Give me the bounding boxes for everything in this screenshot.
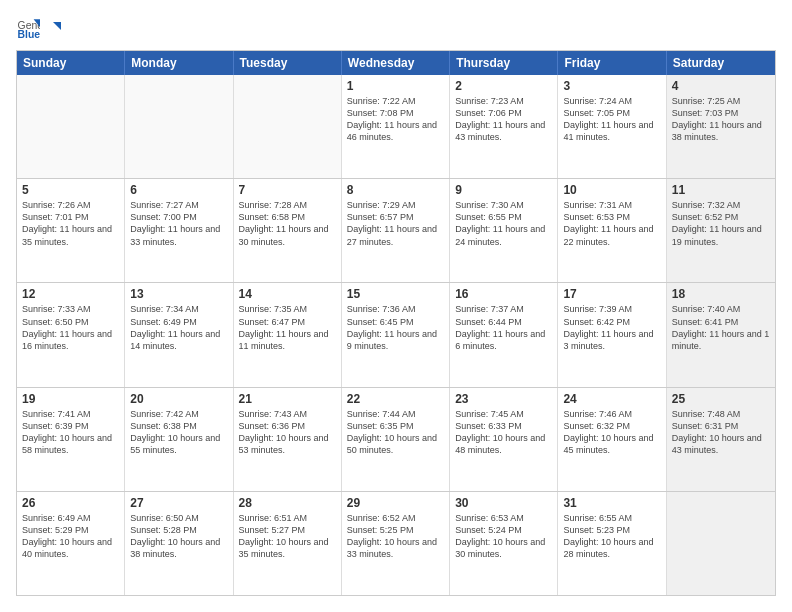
day-info: Sunrise: 7:37 AM Sunset: 6:44 PM Dayligh… (455, 303, 552, 352)
calendar-cell: 16Sunrise: 7:37 AM Sunset: 6:44 PM Dayli… (450, 283, 558, 386)
day-info: Sunrise: 6:53 AM Sunset: 5:24 PM Dayligh… (455, 512, 552, 561)
calendar-cell: 21Sunrise: 7:43 AM Sunset: 6:36 PM Dayli… (234, 388, 342, 491)
day-number: 5 (22, 183, 119, 197)
calendar-body: 1Sunrise: 7:22 AM Sunset: 7:08 PM Daylig… (17, 75, 775, 595)
svg-text:Blue: Blue (18, 29, 40, 40)
day-info: Sunrise: 7:40 AM Sunset: 6:41 PM Dayligh… (672, 303, 770, 352)
calendar-cell: 5Sunrise: 7:26 AM Sunset: 7:01 PM Daylig… (17, 179, 125, 282)
day-number: 29 (347, 496, 444, 510)
day-number: 3 (563, 79, 660, 93)
calendar-cell: 26Sunrise: 6:49 AM Sunset: 5:29 PM Dayli… (17, 492, 125, 595)
day-number: 24 (563, 392, 660, 406)
day-info: Sunrise: 7:30 AM Sunset: 6:55 PM Dayligh… (455, 199, 552, 248)
calendar-cell: 24Sunrise: 7:46 AM Sunset: 6:32 PM Dayli… (558, 388, 666, 491)
calendar-cell (17, 75, 125, 178)
calendar-cell (125, 75, 233, 178)
day-info: Sunrise: 6:51 AM Sunset: 5:27 PM Dayligh… (239, 512, 336, 561)
day-number: 6 (130, 183, 227, 197)
day-number: 2 (455, 79, 552, 93)
day-info: Sunrise: 7:26 AM Sunset: 7:01 PM Dayligh… (22, 199, 119, 248)
day-number: 30 (455, 496, 552, 510)
day-info: Sunrise: 7:48 AM Sunset: 6:31 PM Dayligh… (672, 408, 770, 457)
calendar-cell: 18Sunrise: 7:40 AM Sunset: 6:41 PM Dayli… (667, 283, 775, 386)
day-info: Sunrise: 7:43 AM Sunset: 6:36 PM Dayligh… (239, 408, 336, 457)
calendar-cell: 7Sunrise: 7:28 AM Sunset: 6:58 PM Daylig… (234, 179, 342, 282)
calendar-cell (667, 492, 775, 595)
day-info: Sunrise: 7:36 AM Sunset: 6:45 PM Dayligh… (347, 303, 444, 352)
calendar-cell: 28Sunrise: 6:51 AM Sunset: 5:27 PM Dayli… (234, 492, 342, 595)
calendar-cell: 12Sunrise: 7:33 AM Sunset: 6:50 PM Dayli… (17, 283, 125, 386)
day-info: Sunrise: 7:35 AM Sunset: 6:47 PM Dayligh… (239, 303, 336, 352)
day-number: 17 (563, 287, 660, 301)
calendar-cell: 31Sunrise: 6:55 AM Sunset: 5:23 PM Dayli… (558, 492, 666, 595)
calendar-cell: 14Sunrise: 7:35 AM Sunset: 6:47 PM Dayli… (234, 283, 342, 386)
day-number: 8 (347, 183, 444, 197)
calendar-cell: 17Sunrise: 7:39 AM Sunset: 6:42 PM Dayli… (558, 283, 666, 386)
day-number: 7 (239, 183, 336, 197)
day-number: 12 (22, 287, 119, 301)
day-info: Sunrise: 7:34 AM Sunset: 6:49 PM Dayligh… (130, 303, 227, 352)
day-number: 19 (22, 392, 119, 406)
day-number: 1 (347, 79, 444, 93)
calendar-cell: 6Sunrise: 7:27 AM Sunset: 7:00 PM Daylig… (125, 179, 233, 282)
weekday-header: Thursday (450, 51, 558, 75)
day-info: Sunrise: 7:23 AM Sunset: 7:06 PM Dayligh… (455, 95, 552, 144)
day-number: 25 (672, 392, 770, 406)
day-info: Sunrise: 7:27 AM Sunset: 7:00 PM Dayligh… (130, 199, 227, 248)
calendar-cell: 29Sunrise: 6:52 AM Sunset: 5:25 PM Dayli… (342, 492, 450, 595)
weekday-header: Tuesday (234, 51, 342, 75)
day-number: 15 (347, 287, 444, 301)
calendar-cell: 20Sunrise: 7:42 AM Sunset: 6:38 PM Dayli… (125, 388, 233, 491)
day-number: 23 (455, 392, 552, 406)
day-info: Sunrise: 7:42 AM Sunset: 6:38 PM Dayligh… (130, 408, 227, 457)
calendar-cell: 15Sunrise: 7:36 AM Sunset: 6:45 PM Dayli… (342, 283, 450, 386)
day-number: 21 (239, 392, 336, 406)
day-number: 13 (130, 287, 227, 301)
day-number: 16 (455, 287, 552, 301)
day-info: Sunrise: 7:33 AM Sunset: 6:50 PM Dayligh… (22, 303, 119, 352)
calendar-cell: 10Sunrise: 7:31 AM Sunset: 6:53 PM Dayli… (558, 179, 666, 282)
calendar-cell: 27Sunrise: 6:50 AM Sunset: 5:28 PM Dayli… (125, 492, 233, 595)
calendar: SundayMondayTuesdayWednesdayThursdayFrid… (16, 50, 776, 596)
day-number: 31 (563, 496, 660, 510)
calendar-cell: 25Sunrise: 7:48 AM Sunset: 6:31 PM Dayli… (667, 388, 775, 491)
day-number: 28 (239, 496, 336, 510)
calendar-cell: 19Sunrise: 7:41 AM Sunset: 6:39 PM Dayli… (17, 388, 125, 491)
day-info: Sunrise: 6:55 AM Sunset: 5:23 PM Dayligh… (563, 512, 660, 561)
day-info: Sunrise: 7:45 AM Sunset: 6:33 PM Dayligh… (455, 408, 552, 457)
calendar-row: 19Sunrise: 7:41 AM Sunset: 6:39 PM Dayli… (17, 387, 775, 491)
day-number: 10 (563, 183, 660, 197)
weekday-header: Friday (558, 51, 666, 75)
day-info: Sunrise: 7:39 AM Sunset: 6:42 PM Dayligh… (563, 303, 660, 352)
calendar-cell: 4Sunrise: 7:25 AM Sunset: 7:03 PM Daylig… (667, 75, 775, 178)
day-number: 4 (672, 79, 770, 93)
weekday-header: Sunday (17, 51, 125, 75)
calendar-cell: 2Sunrise: 7:23 AM Sunset: 7:06 PM Daylig… (450, 75, 558, 178)
svg-marker-3 (53, 22, 61, 30)
day-info: Sunrise: 6:50 AM Sunset: 5:28 PM Dayligh… (130, 512, 227, 561)
calendar-cell: 13Sunrise: 7:34 AM Sunset: 6:49 PM Dayli… (125, 283, 233, 386)
calendar-row: 5Sunrise: 7:26 AM Sunset: 7:01 PM Daylig… (17, 178, 775, 282)
day-info: Sunrise: 7:28 AM Sunset: 6:58 PM Dayligh… (239, 199, 336, 248)
calendar-cell: 3Sunrise: 7:24 AM Sunset: 7:05 PM Daylig… (558, 75, 666, 178)
calendar-cell: 23Sunrise: 7:45 AM Sunset: 6:33 PM Dayli… (450, 388, 558, 491)
calendar-cell: 1Sunrise: 7:22 AM Sunset: 7:08 PM Daylig… (342, 75, 450, 178)
day-number: 22 (347, 392, 444, 406)
day-info: Sunrise: 7:41 AM Sunset: 6:39 PM Dayligh… (22, 408, 119, 457)
day-number: 20 (130, 392, 227, 406)
day-info: Sunrise: 7:46 AM Sunset: 6:32 PM Dayligh… (563, 408, 660, 457)
calendar-cell (234, 75, 342, 178)
page-header: General Blue (16, 16, 776, 40)
logo: General Blue (16, 16, 62, 40)
day-number: 27 (130, 496, 227, 510)
calendar-cell: 11Sunrise: 7:32 AM Sunset: 6:52 PM Dayli… (667, 179, 775, 282)
weekday-header: Saturday (667, 51, 775, 75)
day-number: 11 (672, 183, 770, 197)
day-number: 26 (22, 496, 119, 510)
day-number: 18 (672, 287, 770, 301)
logo-triangle (45, 20, 61, 36)
calendar-row: 1Sunrise: 7:22 AM Sunset: 7:08 PM Daylig… (17, 75, 775, 178)
day-info: Sunrise: 6:49 AM Sunset: 5:29 PM Dayligh… (22, 512, 119, 561)
calendar-cell: 30Sunrise: 6:53 AM Sunset: 5:24 PM Dayli… (450, 492, 558, 595)
weekday-header: Wednesday (342, 51, 450, 75)
